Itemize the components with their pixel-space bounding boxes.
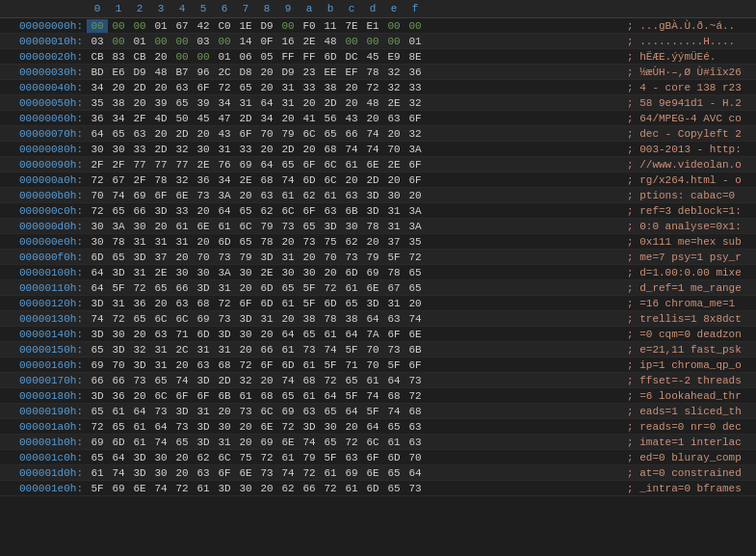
hex-cell[interactable]: 64 [404,466,426,480]
hex-cell[interactable]: 01 [150,19,171,33]
hex-cell[interactable]: 68 [320,143,341,156]
hex-cell[interactable]: 20 [341,96,362,110]
table-row[interactable]: 000001a0h:72656164733D30206E723D30206465… [0,419,756,435]
hex-cell[interactable]: 20 [299,143,320,156]
hex-cell[interactable]: 79 [362,251,383,264]
hex-cell[interactable]: 6C [277,204,299,218]
hex-cell[interactable]: 61 [277,297,299,310]
hex-cell[interactable]: 30 [150,451,171,464]
hex-cell[interactable]: 36 [404,66,426,79]
hex-cell[interactable]: 20 [256,482,277,495]
hex-cell[interactable]: 78 [383,266,404,279]
hex-cell[interactable]: 48 [320,35,341,48]
hex-cell[interactable]: 20 [362,235,383,249]
hex-cell[interactable]: 61 [341,281,362,295]
table-row[interactable]: 000000d0h:303A3020616E616C7973653D307831… [0,219,756,234]
hex-cell[interactable]: 63 [256,189,277,202]
hex-cell[interactable]: 6F [193,81,214,94]
hex-cell[interactable]: 72 [256,451,277,464]
hex-cell[interactable]: 73 [256,466,277,480]
hex-cell[interactable]: 69 [362,266,383,279]
hex-cell[interactable]: 00 [108,19,129,33]
hex-cell[interactable]: 6F [171,389,193,403]
hex-cell[interactable]: 73 [383,343,404,357]
hex-cell[interactable]: 74 [277,173,299,187]
hex-cell[interactable]: 5F [341,389,362,403]
hex-cell[interactable]: 62 [193,451,214,464]
hex-cell[interactable]: 73 [150,405,171,418]
hex-cell[interactable]: 3D [171,405,193,418]
hex-cell[interactable]: 65 [171,96,193,110]
hex-cell[interactable]: 74 [362,143,383,156]
hex-cell[interactable]: 6C [362,436,383,449]
hex-cell[interactable]: 78 [320,312,341,326]
hex-cell[interactable]: 00 [214,35,235,48]
hex-cell[interactable]: 5F [341,343,362,357]
hex-cell[interactable]: 2E [383,158,404,172]
hex-cell[interactable]: 20 [108,81,129,94]
hex-cell[interactable]: 61 [129,436,150,449]
hex-cell[interactable]: 20 [383,127,404,141]
hex-cell[interactable]: BD [87,66,108,79]
hex-cell[interactable]: 64 [383,374,404,387]
hex-cell[interactable]: 68 [214,358,235,372]
hex-cell[interactable]: 3D [320,220,341,233]
hex-cell[interactable]: 31 [193,405,214,418]
hex-cell[interactable]: 48 [150,66,171,79]
table-row[interactable]: 00000170h:66667365743D2D3220746872656164… [0,373,756,388]
hex-cell[interactable]: 66 [108,374,129,387]
hex-cell[interactable]: 42 [193,19,214,33]
hex-cell[interactable]: 01 [129,35,150,48]
hex-cell[interactable]: 72 [214,81,235,94]
hex-cell[interactable]: 73 [171,420,193,434]
hex-cell[interactable]: 3D [150,204,171,218]
hex-cell[interactable]: 3D [256,251,277,264]
hex-cell[interactable]: 20 [256,143,277,156]
hex-cell[interactable]: 73 [299,343,320,357]
hex-cell[interactable]: 3D [108,266,129,279]
hex-cell[interactable]: E1 [362,19,383,33]
hex-cell[interactable]: 61 [277,189,299,202]
hex-cell[interactable]: 6C [235,220,256,233]
hex-cell[interactable]: 6F [404,173,426,187]
hex-cell[interactable]: 70 [256,127,277,141]
hex-cell[interactable]: 31 [150,343,171,357]
hex-cell[interactable]: 39 [150,96,171,110]
table-row[interactable]: 000001c0h:65643D3020626C757261795F636F6D… [0,450,756,465]
hex-cell[interactable]: 20 [193,204,214,218]
hex-cell[interactable]: 72 [404,389,426,403]
hex-cell[interactable]: 65 [320,436,341,449]
hex-cell[interactable]: 3D [193,436,214,449]
hex-cell[interactable]: 20 [150,297,171,310]
hex-cell[interactable]: EF [341,66,362,79]
hex-cell[interactable]: 72 [320,281,341,295]
hex-cell[interactable]: 5F [299,281,320,295]
hex-cell[interactable]: 20 [404,297,426,310]
hex-cell[interactable]: 2D [150,143,171,156]
hex-cell[interactable]: 67 [108,173,129,187]
hex-cell[interactable]: 30 [87,143,108,156]
hex-cell[interactable]: 63 [129,127,150,141]
hex-cell[interactable]: 33 [404,81,426,94]
hex-cell[interactable]: 2C [171,343,193,357]
hex-cell[interactable]: 30 [235,328,256,341]
hex-cell[interactable]: 6F [404,112,426,125]
hex-cell[interactable]: 3D [235,312,256,326]
hex-cell[interactable]: 6D [256,297,277,310]
hex-cell[interactable]: FF [299,50,320,64]
hex-cell[interactable]: 71 [171,328,193,341]
hex-cell[interactable]: 73 [404,374,426,387]
hex-cell[interactable]: B7 [171,66,193,79]
hex-cell[interactable]: 66 [87,374,108,387]
hex-cell[interactable]: 61 [214,220,235,233]
hex-cell[interactable]: 50 [171,112,193,125]
hex-cell[interactable]: 64 [341,405,362,418]
hex-cell[interactable]: 43 [214,127,235,141]
hex-cell[interactable]: 20 [214,405,235,418]
hex-cell[interactable]: 67 [171,19,193,33]
hex-cell[interactable]: 6D [214,235,235,249]
hex-cell[interactable]: 20 [256,374,277,387]
hex-cell[interactable]: 6D [299,173,320,187]
hex-cell[interactable]: 20 [150,127,171,141]
hex-cell[interactable]: 65 [87,451,108,464]
